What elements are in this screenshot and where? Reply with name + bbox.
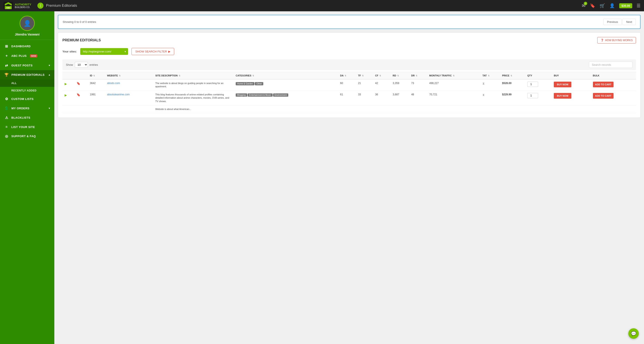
bulk-cell[interactable]: ADD TO CART [591, 79, 636, 91]
buy-cell[interactable]: BUY NOW [552, 79, 591, 91]
website-link[interactable]: absoluteanime.com [107, 93, 130, 96]
col-tf[interactable]: TF ⇅ [356, 72, 374, 79]
sidebar-item-list-your-site[interactable]: ≡ LIST YOUR SITE [0, 122, 54, 131]
table-controls: Show 10 25 50 100 entries [62, 59, 636, 70]
next-button[interactable]: Next [622, 19, 636, 25]
sidebar-item-my-orders[interactable]: 💲 MY ORDERS ▾ [0, 104, 54, 113]
entries-select[interactable]: 10 25 50 100 [75, 62, 88, 68]
rd-cell [391, 105, 410, 113]
sidebar: 👤 Jitendra Vaswani ⊞ DASHBOARD ＋ ABC PLU… [0, 11, 54, 344]
avatar: 👤 [20, 16, 35, 31]
sidebar-item-blacklists[interactable]: ⚠ BLACKLISTS [0, 113, 54, 122]
traffic-cell: 70,721 [428, 91, 481, 105]
search-input[interactable] [589, 62, 632, 68]
hourglass-icon: ⧗ [482, 82, 485, 85]
cat-cell: Home & GardenOther [234, 79, 338, 91]
bookmark-nav-icon[interactable]: 🔖 [590, 3, 595, 8]
balance-button[interactable]: $30.00 [619, 3, 632, 8]
bookmark-icon[interactable]: 🔖 [76, 93, 80, 96]
cf-cell [373, 105, 391, 113]
expand-cell[interactable]: ▶ [62, 91, 75, 105]
mail-icon[interactable]: ✉ 0 [582, 3, 586, 8]
qty-cell[interactable] [526, 91, 552, 105]
da-cell: 60 [338, 79, 356, 91]
qty-cell[interactable] [526, 79, 552, 91]
qty-input[interactable] [527, 93, 538, 98]
col-rd[interactable]: RD ⇅ [391, 72, 410, 79]
website-link[interactable]: abodo.com [107, 82, 120, 85]
menu-icon[interactable]: ☰ [636, 3, 640, 8]
sidebar-item-guest-posts[interactable]: ⇄ GUEST POSTS ▾ [0, 61, 54, 70]
col-cf[interactable]: CF ⇅ [373, 72, 391, 79]
info-button[interactable]: ⋮ [38, 3, 44, 9]
expand-cell[interactable]: ▶ [62, 79, 75, 91]
tf-cell: 21 [356, 79, 374, 91]
buy-now-button[interactable]: BUY NOW [554, 93, 572, 99]
bookmark-icon[interactable]: 🔖 [76, 82, 80, 85]
show-entries: Show 10 25 50 100 entries [66, 62, 98, 68]
show-filter-button[interactable]: SHOW SEARCH FILTER ▶ [132, 48, 174, 55]
col-expand [62, 72, 75, 79]
expand-button[interactable]: ▶ [64, 82, 68, 86]
sidebar-item-label: LIST YOUR SITE [11, 125, 35, 129]
dr-cell [410, 105, 428, 113]
sidebar-item-custom-lists[interactable]: ⚙ CUSTOM LISTS [0, 94, 54, 104]
col-price[interactable]: PRICE ⇅ [500, 72, 526, 79]
desc-cell: Website is about what American... [154, 105, 234, 113]
bulk-cell[interactable]: ADD TO CART [591, 91, 636, 105]
col-website[interactable]: WEBSITE ⇅ [105, 72, 154, 79]
sidebar-sub-item-all[interactable]: ALL [0, 79, 54, 87]
chevron-icon: ▾ [49, 107, 50, 110]
col-categories[interactable]: CATEGORIES ⇅ [234, 72, 338, 79]
sites-label: Your sites: [62, 50, 77, 53]
col-dr[interactable]: DR ⇅ [410, 72, 428, 79]
logo-text: AUTHORITY BUILDERS CO. [15, 3, 31, 9]
traffic-cell: 498,227 [428, 79, 481, 91]
col-tat[interactable]: TAT ⇅ [481, 72, 500, 79]
add-to-cart-button[interactable]: ADD TO CART [593, 93, 614, 99]
sidebar-item-abc-plus[interactable]: ＋ ABC PLUS New [0, 51, 54, 61]
cart-nav-icon[interactable]: 🛒 [600, 3, 605, 8]
sidebar-item-premium-editorials[interactable]: 🏆 PREMIUM EDITORIALS ▴ [0, 70, 54, 79]
tat-cell [481, 105, 500, 113]
arrow-right-icon: ▶ [168, 50, 170, 53]
panel-header: PREMIUM EDITORIALS ❓ HOW BUYING WORKS [62, 37, 636, 44]
col-bookmark [75, 72, 88, 79]
id-cell: 1991 [88, 91, 105, 105]
add-to-cart-button[interactable]: ADD TO CART [593, 82, 614, 87]
bookmark-cell[interactable]: 🔖 [75, 91, 88, 105]
sidebar-item-label: SUPPORT & FAQ [11, 134, 36, 138]
pagination-buttons: Previous Next [603, 19, 636, 25]
bookmark-cell[interactable]: 🔖 [75, 79, 88, 91]
sidebar-sub-item-recently-added[interactable]: RECENTLY ADDED [0, 87, 54, 94]
col-da[interactable]: DA ⇅ [338, 72, 356, 79]
website-cell [105, 105, 154, 113]
prev-button[interactable]: Previous [603, 19, 622, 25]
price-cell: $528.00 [500, 79, 526, 91]
expand-button[interactable]: ▶ [64, 93, 68, 97]
buy-cell [552, 105, 591, 113]
sidebar-item-label: BLACKLISTS [11, 116, 30, 119]
user-section: 👤 Jitendra Vaswani [0, 11, 54, 40]
chat-bubble[interactable]: 💬 [628, 328, 639, 339]
bulk-cell [591, 105, 636, 113]
col-description[interactable]: SITE DESCRIPTION ⇅ [154, 72, 234, 79]
how-buying-button[interactable]: ❓ HOW BUYING WORKS [597, 37, 636, 44]
col-id[interactable]: ID ⇅ [88, 72, 105, 79]
sidebar-item-label: CUSTOM LISTS [11, 97, 34, 101]
list-icon: ≡ [4, 125, 9, 129]
sidebar-item-support-faq[interactable]: ◎ SUPPORT & FAQ [0, 131, 54, 141]
qty-input[interactable] [527, 82, 538, 87]
sidebar-item-dashboard[interactable]: ⊞ DASHBOARD [0, 42, 54, 51]
cat-cell: BloggingEntertainment & MusicEnvironment [234, 91, 338, 105]
col-monthly-traffic[interactable]: MONTHLY TRAFFIC ⇅ [428, 72, 481, 79]
table-row: ▶ 🔖 3642 abodo.com The website is about … [62, 79, 636, 91]
support-icon: ◎ [4, 134, 9, 138]
user-nav-icon[interactable]: 👤 [610, 3, 615, 8]
main-layout: 👤 Jitendra Vaswani ⊞ DASHBOARD ＋ ABC PLU… [0, 11, 644, 344]
sites-select[interactable]: http://wpbeginner.com/ [80, 48, 128, 55]
buy-now-button[interactable]: BUY NOW [554, 82, 572, 87]
col-qty: QTY [526, 72, 552, 79]
buy-cell[interactable]: BUY NOW [552, 91, 591, 105]
sidebar-item-label: DASHBOARD [11, 45, 31, 48]
